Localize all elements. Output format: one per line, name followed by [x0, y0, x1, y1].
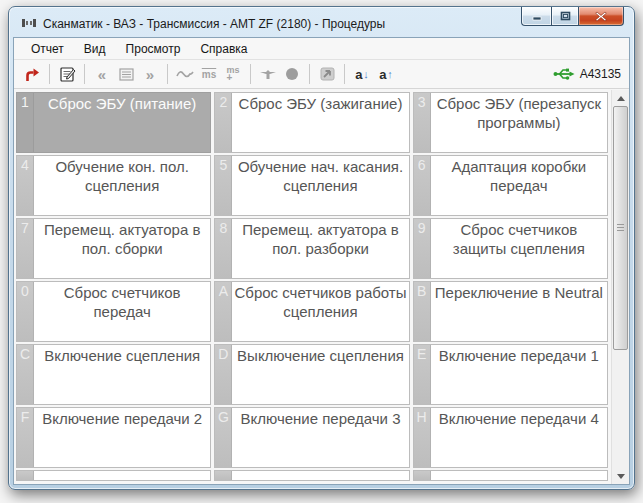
- export-button[interactable]: [315, 62, 339, 86]
- font-increase-icon: a↑: [379, 67, 393, 82]
- list-view-button[interactable]: [114, 62, 138, 86]
- procedure-cell-G[interactable]: GВключение передачи 3: [214, 407, 409, 468]
- cell-hotkey-tag: [17, 471, 34, 480]
- cell-label: [431, 471, 607, 480]
- procedure-cell-8[interactable]: 8Перемещ. актуатора в пол. разборки: [214, 218, 409, 279]
- red-return-arrow-icon: [24, 66, 40, 82]
- procedure-cell-E[interactable]: EВключение передачи 1: [413, 344, 608, 405]
- cell-hotkey-tag: 4: [17, 156, 34, 215]
- prev-page-button[interactable]: «: [90, 62, 114, 86]
- minimize-button[interactable]: [521, 7, 551, 26]
- procedure-cell-4[interactable]: 4Обучение кон. пол. сцепления: [16, 155, 211, 216]
- cell-label: Сброс счетчиков передач: [34, 282, 210, 341]
- procedure-cell-partial[interactable]: [214, 470, 409, 481]
- procedure-cell-1[interactable]: 1Сброс ЭБУ (питание): [16, 92, 211, 153]
- procedure-cell-H[interactable]: HВключение передачи 4: [413, 407, 608, 468]
- procedure-cell-D[interactable]: DВыключение сцепления: [214, 344, 409, 405]
- list-icon: [119, 68, 134, 81]
- cell-label: Выключение сцепления: [232, 345, 408, 404]
- menu-report[interactable]: Отчет: [22, 40, 73, 58]
- caption-buttons: [521, 7, 624, 26]
- toolbar-separator: [344, 64, 345, 84]
- cell-hotkey-tag: F: [17, 408, 34, 467]
- cell-label: [34, 471, 210, 480]
- procedure-cell-0[interactable]: 0Сброс счетчиков передач: [16, 281, 211, 342]
- probe-button[interactable]: [256, 62, 280, 86]
- menu-view[interactable]: Вид: [75, 40, 115, 58]
- cell-label: Сброс ЭБУ (зажигание): [232, 93, 408, 152]
- procedure-cell-5[interactable]: 5Обучение нач. касания. сцепления: [214, 155, 409, 216]
- procedure-cell-partial[interactable]: [16, 470, 211, 481]
- procedure-cell-3[interactable]: 3Сброс ЭБУ (перезапуск программы): [413, 92, 608, 153]
- cell-hotkey-tag: 2: [215, 93, 232, 152]
- cell-hotkey-tag: B: [414, 282, 431, 341]
- cell-label: Перемещ. актуатора в пол. сборки: [34, 219, 210, 278]
- back-exit-button[interactable]: [20, 62, 44, 86]
- cell-hotkey-tag: 5: [215, 156, 232, 215]
- cell-hotkey-tag: [414, 471, 431, 480]
- client-area: Отчет Вид Просмотр Справка: [13, 37, 630, 485]
- minimize-icon: [532, 11, 542, 21]
- maximize-button[interactable]: [551, 7, 579, 26]
- probe-plug-icon: [259, 67, 277, 81]
- toolbar-separator: [250, 64, 251, 84]
- procedure-cell-A[interactable]: AСброс счетчиков работы сцепления: [214, 281, 409, 342]
- ms-measure-button[interactable]: ms: [197, 62, 221, 86]
- cell-label: Включение передачи 2: [34, 408, 210, 467]
- font-decrease-button[interactable]: a↓: [350, 62, 374, 86]
- procedure-cell-partial[interactable]: [413, 470, 608, 481]
- cell-label: Переключение в Neutral: [431, 282, 607, 341]
- close-button[interactable]: [579, 7, 624, 26]
- cell-hotkey-tag: 0: [17, 282, 34, 341]
- triangle-down-icon: [617, 474, 625, 479]
- export-arrow-icon: [320, 67, 335, 81]
- cell-label: Перемещ. актуатора в пол. разборки: [232, 219, 408, 278]
- cell-label: Включение сцепления: [34, 345, 210, 404]
- cell-label: Включение передачи 1: [431, 345, 607, 404]
- cell-label: [232, 471, 408, 480]
- scroll-up-button[interactable]: [612, 90, 630, 106]
- cell-hotkey-tag: [215, 471, 232, 480]
- procedure-cell-F[interactable]: FВключение передачи 2: [16, 407, 211, 468]
- toolbar-separator: [309, 64, 310, 84]
- device-id: A43135: [580, 67, 621, 81]
- cell-hotkey-tag: G: [215, 408, 232, 467]
- menu-help[interactable]: Справка: [191, 40, 256, 58]
- cell-label: Адаптация коробки передач: [431, 156, 607, 215]
- content-area: 1Сброс ЭБУ (питание)2Сброс ЭБУ (зажигани…: [14, 90, 629, 484]
- close-icon: [595, 11, 607, 22]
- scrollbar-thumb[interactable]: [613, 106, 628, 350]
- ms-add-button[interactable]: ms +: [221, 62, 245, 86]
- cell-label: Включение передачи 3: [232, 408, 408, 467]
- font-decrease-icon: a↓: [355, 67, 369, 82]
- ms-plus-icon: ms +: [226, 66, 239, 82]
- procedure-cell-C[interactable]: CВключение сцепления: [16, 344, 211, 405]
- font-increase-button[interactable]: a↑: [374, 62, 398, 86]
- toolbar-separator: [49, 64, 50, 84]
- cell-hotkey-tag: A: [215, 282, 232, 341]
- record-button[interactable]: [280, 62, 304, 86]
- procedure-cell-2[interactable]: 2Сброс ЭБУ (зажигание): [214, 92, 409, 153]
- vertical-scrollbar[interactable]: [611, 90, 629, 484]
- menu-browse[interactable]: Просмотр: [117, 40, 190, 58]
- cell-hotkey-tag: D: [215, 345, 232, 404]
- cell-label: Сброс ЭБУ (перезапуск программы): [431, 93, 607, 152]
- oscillogram-button[interactable]: [173, 62, 197, 86]
- title-bar[interactable]: Сканматик - ВАЗ - Трансмиссия - AMT ZF (…: [9, 7, 634, 37]
- cell-label: Сброс счетчиков работы сцепления: [232, 282, 408, 341]
- toolbar-separator: [167, 64, 168, 84]
- procedure-cell-7[interactable]: 7Перемещ. актуатора в пол. сборки: [16, 218, 211, 279]
- scrollbar-grip-icon: [617, 224, 624, 233]
- next-page-button[interactable]: »: [138, 62, 162, 86]
- scroll-down-button[interactable]: [612, 468, 630, 484]
- toolbar-right: A43135: [553, 67, 621, 81]
- cell-label: Включение передачи 4: [431, 408, 607, 467]
- app-window: Сканматик - ВАЗ - Трансмиссия - AMT ZF (…: [8, 6, 635, 490]
- cell-label: Сброс счетчиков защиты сцепления: [431, 219, 607, 278]
- procedure-cell-9[interactable]: 9Сброс счетчиков защиты сцепления: [413, 218, 608, 279]
- double-chevron-left-icon: «: [98, 67, 106, 82]
- menu-bar: Отчет Вид Просмотр Справка: [14, 38, 629, 60]
- procedure-cell-6[interactable]: 6Адаптация коробки передач: [413, 155, 608, 216]
- report-edit-button[interactable]: [55, 62, 79, 86]
- procedure-cell-B[interactable]: BПереключение в Neutral: [413, 281, 608, 342]
